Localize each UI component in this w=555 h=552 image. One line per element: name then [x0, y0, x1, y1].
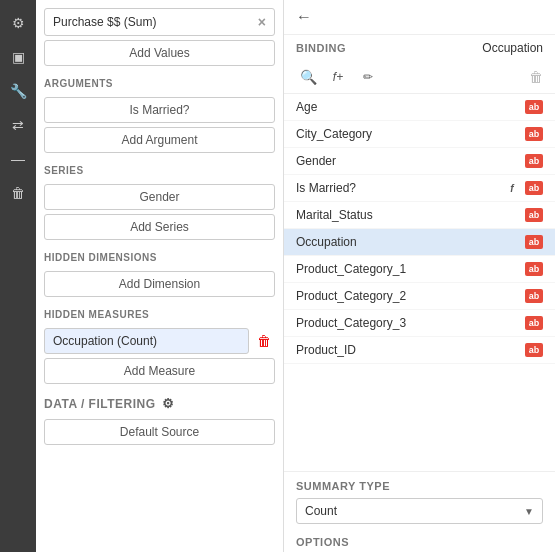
binding-label: BINDING [296, 42, 346, 54]
layers-icon[interactable]: ▣ [3, 42, 33, 72]
field-name: Gender [296, 154, 521, 168]
field-name: Product_ID [296, 343, 521, 357]
field-name: Occupation [296, 235, 521, 249]
occupation-count-item[interactable]: Occupation (Count) [44, 328, 249, 354]
add-formula-icon[interactable]: f+ [326, 65, 350, 89]
right-header: ← [284, 0, 555, 35]
binding-value: Occupation [482, 41, 543, 55]
delete-measure-icon[interactable]: 🗑 [253, 331, 275, 351]
chevron-down-icon: ▼ [524, 506, 534, 517]
field-item[interactable]: Is Married?fab [284, 175, 555, 202]
field-item[interactable]: Product_Category_2ab [284, 283, 555, 310]
field-item[interactable]: Product_Category_1ab [284, 256, 555, 283]
gender-button[interactable]: Gender [44, 184, 275, 210]
field-name: Product_Category_1 [296, 262, 521, 276]
trash-icon[interactable]: 🗑 [529, 69, 543, 85]
add-measure-button[interactable]: Add Measure [44, 358, 275, 384]
measure-row: Occupation (Count) 🗑 [44, 328, 275, 354]
field-type-icon: ab [525, 343, 543, 357]
options-section: OPTIONS [284, 528, 555, 552]
field-name: Age [296, 100, 521, 114]
field-type-icon: ab [525, 262, 543, 276]
close-button[interactable]: × [258, 14, 266, 30]
field-item[interactable]: Product_Category_3ab [284, 310, 555, 337]
right-panel: ← BINDING Occupation 🔍 f+ ✏ 🗑 AgeabCity_… [284, 0, 555, 552]
field-type-icon: ab [525, 127, 543, 141]
minus-icon[interactable]: — [3, 144, 33, 174]
back-arrow-button[interactable]: ← [296, 8, 312, 26]
hidden-measures-label: HIDDEN MEASURES [36, 301, 283, 324]
sidebar: ⚙ ▣ 🔧 ⇄ — 🗑 [0, 0, 36, 552]
summary-type-label: SUMMARY TYPE [296, 480, 543, 492]
field-type-icon: ab [525, 181, 543, 195]
edit-icon[interactable]: ✏ [356, 65, 380, 89]
field-type-icon: ab [525, 208, 543, 222]
binding-row: BINDING Occupation [284, 35, 555, 61]
add-values-button[interactable]: Add Values [44, 40, 275, 66]
field-item[interactable]: Genderab [284, 148, 555, 175]
search-icon[interactable]: 🔍 [296, 65, 320, 89]
data-filtering-label: DATA / FILTERING [44, 397, 156, 411]
is-married-button[interactable]: Is Married? [44, 97, 275, 123]
field-item[interactable]: Ageab [284, 94, 555, 121]
field-name: Product_Category_3 [296, 316, 521, 330]
summary-select-value: Count [305, 504, 337, 518]
add-argument-button[interactable]: Add Argument [44, 127, 275, 153]
data-filtering-section: DATA / FILTERING ⚙ [36, 388, 283, 415]
settings-icon[interactable]: ⚙ [3, 8, 33, 38]
field-item[interactable]: Occupationab [284, 229, 555, 256]
add-series-button[interactable]: Add Series [44, 214, 275, 240]
purchase-sum-label: Purchase $$ (Sum) [53, 15, 156, 29]
field-type-icon: ab [525, 100, 543, 114]
series-label: SERIES [36, 157, 283, 180]
toolbar: 🔍 f+ ✏ 🗑 [284, 61, 555, 94]
field-item[interactable]: Product_IDab [284, 337, 555, 364]
data-filtering-gear-icon[interactable]: ⚙ [162, 396, 175, 411]
formula-icon: f [503, 181, 521, 195]
options-label: OPTIONS [296, 536, 543, 548]
arguments-label: ARGUMENTS [36, 70, 283, 93]
field-type-icon: ab [525, 154, 543, 168]
field-name: Is Married? [296, 181, 499, 195]
arrow-icon[interactable]: ⇄ [3, 110, 33, 140]
default-source-button[interactable]: Default Source [44, 419, 275, 445]
field-name: Product_Category_2 [296, 289, 521, 303]
summary-select[interactable]: Count ▼ [296, 498, 543, 524]
left-panel: Purchase $$ (Sum) × Add Values ARGUMENTS… [36, 0, 284, 552]
field-type-icon: ab [525, 235, 543, 249]
hidden-dimensions-label: HIDDEN DIMENSIONS [36, 244, 283, 267]
field-name: City_Category [296, 127, 521, 141]
wrench-icon[interactable]: 🔧 [3, 76, 33, 106]
summary-section: SUMMARY TYPE Count ▼ [284, 471, 555, 528]
trash-sidebar-icon[interactable]: 🗑 [3, 178, 33, 208]
field-item[interactable]: City_Categoryab [284, 121, 555, 148]
fields-list: AgeabCity_CategoryabGenderabIs Married?f… [284, 94, 555, 471]
field-type-icon: ab [525, 289, 543, 303]
add-dimension-button[interactable]: Add Dimension [44, 271, 275, 297]
field-item[interactable]: Marital_Statusab [284, 202, 555, 229]
field-name: Marital_Status [296, 208, 521, 222]
field-type-icon: ab [525, 316, 543, 330]
top-item: Purchase $$ (Sum) × [44, 8, 275, 36]
